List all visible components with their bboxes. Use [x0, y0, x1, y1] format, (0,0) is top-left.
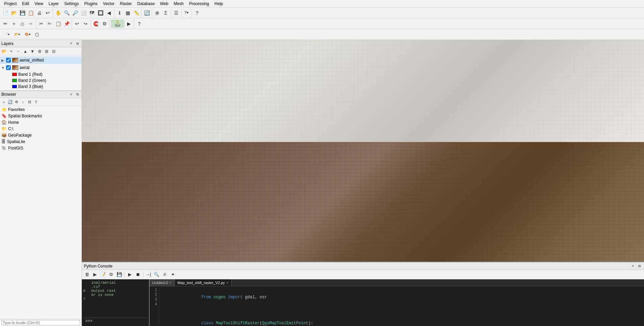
browser-postgis[interactable]: 🐘 PostGIS — [0, 145, 81, 151]
browser-help-btn[interactable]: ? — [33, 99, 39, 105]
calc-btn[interactable]: Σ — [162, 9, 170, 17]
temp-layer-btn[interactable]: ⬡ — [33, 30, 41, 39]
save-project-btn[interactable]: 💾 — [18, 9, 26, 17]
browser-spatialite[interactable]: 🗄 SpatiaLite — [0, 138, 81, 145]
browser-c-drive[interactable]: 📁 C:\ — [0, 125, 81, 132]
menu-processing[interactable]: Processing — [186, 1, 212, 7]
menu-layer[interactable]: Layer — [46, 1, 62, 7]
snapping-btn[interactable]: 🧲 — [92, 20, 100, 28]
run-btn[interactable]: ▶ — [125, 20, 133, 28]
browser-up-btn[interactable]: ↑ — [20, 99, 26, 105]
menu-raster[interactable]: Raster — [117, 1, 135, 7]
tab-untitled[interactable]: Untitled-0 × — [149, 279, 175, 286]
layers-detach-btn[interactable]: ⧉ — [75, 41, 80, 46]
layers-add-btn[interactable]: + — [8, 48, 15, 55]
layers-down-btn[interactable]: ▼ — [29, 48, 36, 55]
layer-aerial-shifted-checkbox[interactable] — [6, 58, 11, 63]
browser-home[interactable]: 🏠 Home — [0, 119, 81, 125]
map-canvas[interactable] — [82, 40, 644, 262]
text-btn[interactable]: T▾ — [183, 9, 191, 17]
menu-edit[interactable]: Edit — [19, 1, 32, 7]
help2-btn[interactable]: ? — [135, 20, 143, 28]
vertex-tool-btn[interactable]: ◇ — [18, 20, 26, 28]
open-project-btn[interactable]: 📂 — [10, 9, 18, 17]
console-detach-btn[interactable]: ⧉ — [637, 263, 642, 269]
console-find-btn[interactable]: 🔍 — [153, 271, 160, 278]
menu-view[interactable]: View — [32, 1, 46, 7]
add-feature-btn[interactable]: + — [10, 20, 18, 28]
layers-remove-btn[interactable]: − — [15, 48, 22, 55]
toggle-btn[interactable]: ☰ — [172, 9, 180, 17]
layer-aerial-shifted[interactable]: ▶ aerial_shifted — [0, 56, 81, 64]
menu-settings[interactable]: Settings — [62, 1, 81, 7]
layer-style-btn[interactable]: 🎨▾ — [22, 30, 32, 39]
zoom-in-btn[interactable]: 🔍 — [63, 9, 71, 17]
menu-help[interactable]: Help — [212, 1, 226, 7]
delete-selected-btn[interactable]: ✂ — [37, 20, 45, 28]
browser-collapse-btn[interactable]: ⊟ — [26, 99, 32, 105]
layer-aerial[interactable]: ▼ aerial — [0, 64, 81, 71]
redo-btn[interactable]: ↪ — [81, 20, 90, 28]
console-run2-btn[interactable]: ▶ — [126, 271, 134, 278]
digitize2-btn[interactable]: ⚙ — [100, 20, 109, 28]
print-btn[interactable]: 🖨 — [35, 9, 43, 17]
browser-favorites[interactable]: ⭐ Favorites — [0, 106, 81, 113]
browser-spatial-bookmarks[interactable]: 🔖 Spatial Bookmarks — [0, 113, 81, 119]
layers-up-btn[interactable]: ▲ — [22, 48, 29, 55]
layers-collapse-btn[interactable]: ⊟ — [50, 48, 57, 55]
go-btn[interactable]: 🐍 Go! — [111, 20, 124, 28]
console-clear-btn[interactable]: 🗑 — [83, 271, 91, 278]
tab-untitled-close[interactable]: × — [169, 280, 172, 285]
measure-btn[interactable]: 📏 — [132, 9, 140, 17]
identify-btn[interactable]: ℹ — [115, 9, 123, 17]
browser-filter-btn[interactable]: ⚙ — [14, 99, 20, 105]
paste-features-btn[interactable]: 📌 — [63, 20, 71, 28]
new-layer-btn[interactable]: 📄▾ — [1, 30, 11, 39]
console-options-btn[interactable]: ⚙ — [108, 271, 115, 278]
add-layer-btn[interactable]: 📂▾ — [12, 30, 22, 39]
edit-btn[interactable]: ✏ — [1, 20, 9, 28]
zoom-selection-btn[interactable]: 🔲 — [96, 9, 104, 17]
tab-map-tool[interactable]: Map_tool_shift_raster_V2.py × — [175, 279, 232, 286]
help-btn[interactable]: ? — [193, 9, 201, 17]
save-as-btn[interactable]: 📋 — [27, 9, 35, 17]
browser-close-btn[interactable]: × — [68, 92, 74, 97]
console-run-btn[interactable]: ▶ — [91, 271, 99, 278]
move-feature-btn[interactable]: ↔ — [27, 20, 35, 28]
copy-features-btn[interactable]: 📋 — [54, 20, 62, 28]
browser-detach-btn[interactable]: ⧉ — [75, 92, 80, 97]
console-input[interactable] — [94, 319, 146, 324]
layers-expand-btn[interactable]: ⊞ — [43, 48, 50, 55]
menu-mesh[interactable]: Mesh — [171, 1, 186, 7]
search-input[interactable] — [1, 320, 80, 325]
cut-features-btn[interactable]: ✁ — [46, 20, 54, 28]
tab-map-tool-close[interactable]: × — [226, 280, 229, 285]
new-project-btn[interactable]: 📄 — [1, 9, 9, 17]
undo2-btn[interactable]: ↩ — [73, 20, 81, 28]
console-save-btn[interactable]: 💾 — [116, 271, 123, 278]
menu-database[interactable]: Database — [135, 1, 157, 7]
select-feature-btn[interactable]: ▦ — [124, 9, 132, 17]
console-help-btn[interactable]: # — [161, 271, 168, 278]
zoom-full-btn[interactable]: ⬜ — [79, 9, 88, 17]
zoom-layer-btn[interactable]: 🗺 — [88, 9, 96, 17]
console-close-btn[interactable]: × — [630, 263, 636, 269]
zoom-out-btn[interactable]: 🔎 — [71, 9, 79, 17]
layers-filter-btn[interactable]: ⚙ — [36, 48, 43, 55]
console-show-editor-btn[interactable]: 📝 — [99, 271, 107, 278]
zoom-prev-btn[interactable]: ◀ — [105, 9, 113, 17]
layer-aerial-checkbox[interactable] — [6, 65, 11, 70]
menu-web[interactable]: Web — [157, 1, 171, 7]
console-comment-btn[interactable]: ✦ — [169, 271, 176, 278]
code-content[interactable]: from osgeo import gdal, osr class MapToo… — [160, 288, 644, 325]
menu-project[interactable]: Project — [1, 1, 19, 7]
undo-btn[interactable]: ↩ — [44, 9, 52, 17]
refresh-btn[interactable]: 🔄 — [143, 9, 151, 17]
console-stop-btn[interactable]: ⏹ — [134, 271, 142, 278]
browser-geopackage[interactable]: 📦 GeoPackage — [0, 132, 81, 138]
browser-refresh-btn[interactable]: 🔄 — [7, 99, 13, 105]
console-indent-btn[interactable]: →| — [145, 271, 152, 278]
layers-open-btn[interactable]: 📂 — [1, 48, 7, 55]
layers-close-btn[interactable]: × — [68, 41, 74, 46]
browser-add-btn[interactable]: + — [1, 99, 7, 105]
